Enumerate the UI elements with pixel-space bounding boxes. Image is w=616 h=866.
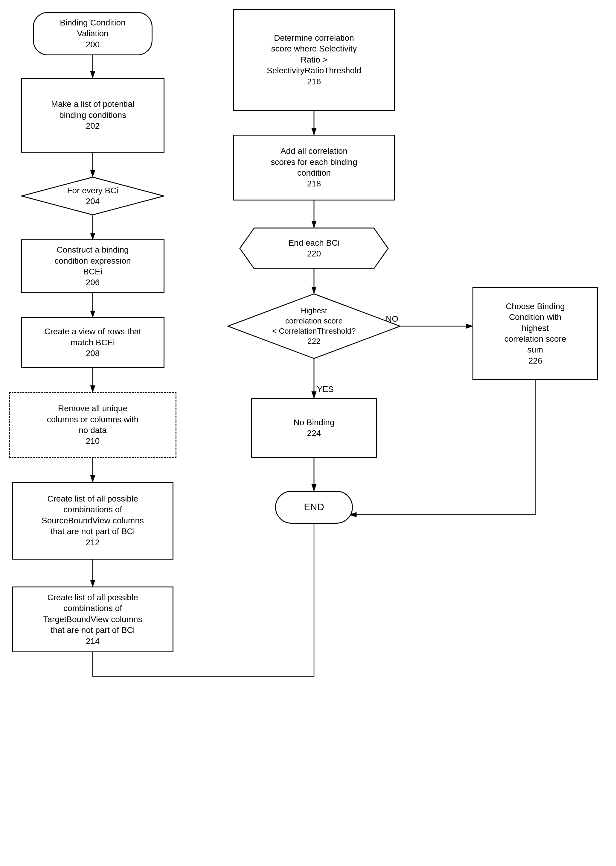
end-shape: END xyxy=(275,491,353,524)
start-label: Binding Condition Valiation 200 xyxy=(60,17,126,50)
shape-210: Remove all unique columns or columns wit… xyxy=(9,392,176,458)
shape-218: Add all correlation scores for each bind… xyxy=(233,135,395,200)
shape-204-wrapper: For every BCi 204 xyxy=(21,176,165,216)
label-206: Construct a binding condition expression… xyxy=(54,244,131,288)
shape-222-wrapper: Highest correlation score < CorrelationT… xyxy=(227,293,401,359)
label-202: Make a list of potential binding conditi… xyxy=(51,99,135,131)
flowchart: YES NO Binding Condition Valiation 200 M… xyxy=(0,0,616,866)
label-212: Create list of all possible combinations… xyxy=(42,493,144,548)
yes-label: YES xyxy=(317,384,334,394)
label-204: For every BCi 204 xyxy=(21,176,165,216)
label-218: Add all correlation scores for each bind… xyxy=(270,146,357,189)
label-226: Choose Binding Condition with highest co… xyxy=(504,301,566,366)
label-210: Remove all unique columns or columns wit… xyxy=(47,403,139,447)
end-label: END xyxy=(304,501,324,513)
shape-212: Create list of all possible combinations… xyxy=(12,482,173,560)
shape-224: No Binding 224 xyxy=(251,398,377,458)
shape-220-wrapper: End each BCi 220 xyxy=(239,227,389,269)
shape-202: Make a list of potential binding conditi… xyxy=(21,78,165,153)
label-208: Create a view of rows that match BCEi 20… xyxy=(44,326,141,359)
label-224: No Binding 224 xyxy=(294,417,335,439)
label-222: Highest correlation score < CorrelationT… xyxy=(227,293,401,359)
shape-206: Construct a binding condition expression… xyxy=(21,239,165,293)
start-shape: Binding Condition Valiation 200 xyxy=(33,12,152,55)
shape-216: Determine correlation score where Select… xyxy=(233,9,395,111)
label-216: Determine correlation score where Select… xyxy=(267,33,361,87)
label-214: Create list of all possible combinations… xyxy=(43,592,142,647)
shape-208: Create a view of rows that match BCEi 20… xyxy=(21,317,165,368)
shape-214: Create list of all possible combinations… xyxy=(12,587,173,652)
label-220: End each BCi 220 xyxy=(239,227,389,269)
shape-226: Choose Binding Condition with highest co… xyxy=(473,287,598,380)
